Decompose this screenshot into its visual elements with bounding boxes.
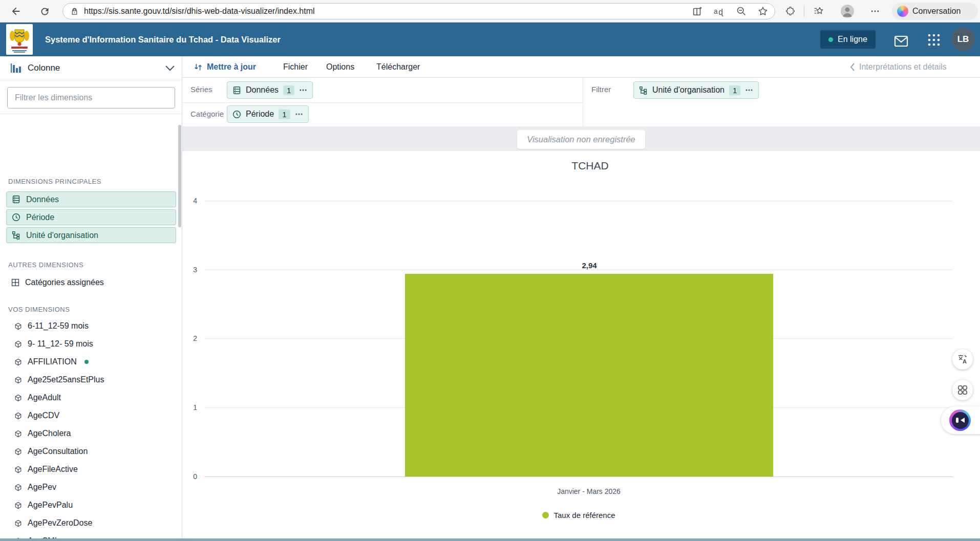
cube-icon bbox=[14, 484, 22, 491]
clock-icon bbox=[12, 213, 20, 222]
user-avatar[interactable]: LB bbox=[951, 28, 975, 51]
list-item-label: 6-11_12-59 mois bbox=[28, 321, 89, 331]
list-item[interactable]: AgePevZeroDose bbox=[14, 515, 176, 531]
translate-fab-button[interactable]: A bbox=[952, 349, 973, 370]
chart-type-selector[interactable]: Colonne bbox=[0, 56, 182, 80]
status-band: Visualisation non enregistrée bbox=[182, 126, 980, 151]
cube-icon bbox=[14, 412, 22, 420]
cube-icon bbox=[14, 502, 22, 509]
sidebar-item-label: Catégories assignées bbox=[25, 278, 104, 287]
copilot-button[interactable]: Conversation bbox=[892, 3, 978, 20]
options-menu-button[interactable]: Options bbox=[326, 56, 354, 77]
collections-button[interactable] bbox=[811, 4, 826, 19]
download-menu-button[interactable]: Télécharger bbox=[376, 56, 420, 77]
sidebar-item-categories-assignees[interactable]: Catégories assignées bbox=[6, 274, 176, 290]
online-dot-icon bbox=[828, 37, 833, 42]
update-button[interactable]: Mettre à jour bbox=[194, 56, 256, 77]
chip-menu-icon[interactable] bbox=[295, 113, 303, 116]
browser-profile-avatar[interactable] bbox=[841, 5, 854, 18]
chip-label: Période bbox=[246, 110, 274, 119]
extensions-button[interactable] bbox=[782, 4, 798, 19]
messages-button[interactable]: 463577 bbox=[891, 33, 911, 49]
apps-menu-button[interactable] bbox=[926, 32, 942, 48]
gridline bbox=[205, 201, 953, 201]
cube-icon bbox=[14, 520, 22, 527]
chip-label: Unité d'organisation bbox=[652, 85, 725, 95]
list-item[interactable]: AFFILIATION bbox=[14, 354, 176, 370]
list-item[interactable]: Age25et25ansEtPlus bbox=[14, 372, 176, 387]
translate-page-icon: A bbox=[957, 354, 968, 365]
cube-icon bbox=[14, 340, 22, 348]
online-status-badge: En ligne bbox=[820, 30, 876, 49]
bottom-edge-strip bbox=[0, 538, 980, 541]
sidebar-item-unite-organisation[interactable]: Unité d'organisation bbox=[6, 227, 176, 243]
list-item[interactable]: 9- 11_12- 59 mois bbox=[14, 336, 176, 352]
list-item[interactable]: AgeCholera bbox=[14, 426, 176, 441]
chip-count-badge: 1 bbox=[279, 110, 290, 119]
y-tick-label: 2 bbox=[177, 333, 197, 343]
apps-grid-icon bbox=[927, 33, 941, 47]
legend-item[interactable]: Taux de référence bbox=[205, 511, 953, 520]
options-menu-label: Options bbox=[326, 62, 354, 72]
online-status-label: En ligne bbox=[838, 35, 867, 44]
series-chip-donnees[interactable]: Données 1 bbox=[227, 81, 313, 99]
bar-taux-de-reference[interactable] bbox=[405, 274, 773, 477]
sidebar-item-label: Période bbox=[26, 213, 54, 222]
browser-menu-button[interactable] bbox=[867, 4, 883, 19]
selected-dot-icon bbox=[84, 360, 89, 364]
four-shapes-icon bbox=[957, 384, 968, 396]
dimension-filter-input[interactable] bbox=[7, 87, 175, 109]
favorite-star-icon[interactable] bbox=[757, 6, 769, 17]
avatar-initials: LB bbox=[957, 34, 969, 45]
list-item-label: AgeConsultation bbox=[28, 447, 88, 456]
layout-column-divider bbox=[583, 78, 583, 126]
download-menu-label: Télécharger bbox=[376, 62, 420, 72]
cube-icon bbox=[14, 358, 22, 366]
layout-bar: Séries Données 1 Catégorie Période 1 Fil… bbox=[182, 78, 980, 126]
svg-text:ɖ: ɖ bbox=[718, 8, 723, 16]
update-icon bbox=[194, 62, 203, 72]
sidebar-item-donnees[interactable]: Données bbox=[6, 191, 176, 207]
list-item[interactable]: AgeFileActive bbox=[14, 462, 176, 477]
org-unit-icon bbox=[12, 231, 20, 240]
translate-icon[interactable]: aɖ bbox=[713, 6, 726, 17]
list-item[interactable]: AgePevPalu bbox=[14, 497, 176, 513]
split-screen-icon[interactable] bbox=[692, 6, 703, 17]
chevron-down-icon bbox=[165, 66, 175, 71]
back-button[interactable] bbox=[8, 4, 24, 19]
url-bar[interactable]: https://sis.sante.gouv.td/sisr/dhis-web-… bbox=[62, 3, 775, 19]
list-item[interactable]: AgePev bbox=[14, 480, 176, 495]
assigned-categories-icon bbox=[11, 278, 19, 287]
list-item[interactable]: 6-11_12-59 mois bbox=[14, 318, 176, 334]
list-item-label: Age25et25ansEtPlus bbox=[28, 375, 104, 384]
workspaces-fab-button[interactable] bbox=[952, 380, 973, 400]
refresh-button[interactable] bbox=[37, 4, 52, 19]
category-chip-periode[interactable]: Période 1 bbox=[227, 105, 309, 123]
list-item-label: AgeFileActive bbox=[28, 465, 78, 474]
x-axis-line bbox=[205, 477, 953, 477]
file-menu-label: Fichier bbox=[283, 62, 308, 72]
section-your-dimensions: VOS DIMENSIONS bbox=[8, 306, 70, 313]
chart-type-label: Colonne bbox=[28, 63, 165, 73]
series-axis-label: Séries bbox=[190, 85, 212, 94]
list-item[interactable]: AgeConsultation bbox=[14, 444, 176, 459]
app-logo[interactable] bbox=[6, 24, 33, 55]
copilot-icon bbox=[897, 6, 908, 17]
chart-title: TCHAD bbox=[205, 160, 975, 172]
zoom-out-icon[interactable] bbox=[736, 6, 747, 17]
list-item[interactable]: AgeCDV bbox=[14, 408, 176, 423]
copilot-fab-button[interactable] bbox=[949, 409, 971, 431]
sidebar-scrollbar[interactable] bbox=[178, 125, 181, 227]
interpretations-toggle[interactable]: Interprétations et détails bbox=[850, 56, 947, 77]
clock-icon bbox=[232, 110, 241, 119]
filter-chip-unite-organisation[interactable]: Unité d'organisation 1 bbox=[633, 81, 759, 99]
file-menu-button[interactable]: Fichier bbox=[283, 56, 308, 77]
chip-menu-icon[interactable] bbox=[299, 89, 307, 92]
column-chart-icon bbox=[10, 63, 22, 73]
list-item[interactable]: AgeAdult bbox=[14, 390, 176, 405]
sidebar-item-periode[interactable]: Période bbox=[6, 209, 176, 225]
visualizer-toolbar: Mettre à jour Fichier Options Télécharge… bbox=[182, 56, 980, 78]
chip-menu-icon[interactable] bbox=[745, 89, 753, 92]
data-icon bbox=[12, 195, 20, 204]
cube-icon bbox=[14, 448, 22, 456]
